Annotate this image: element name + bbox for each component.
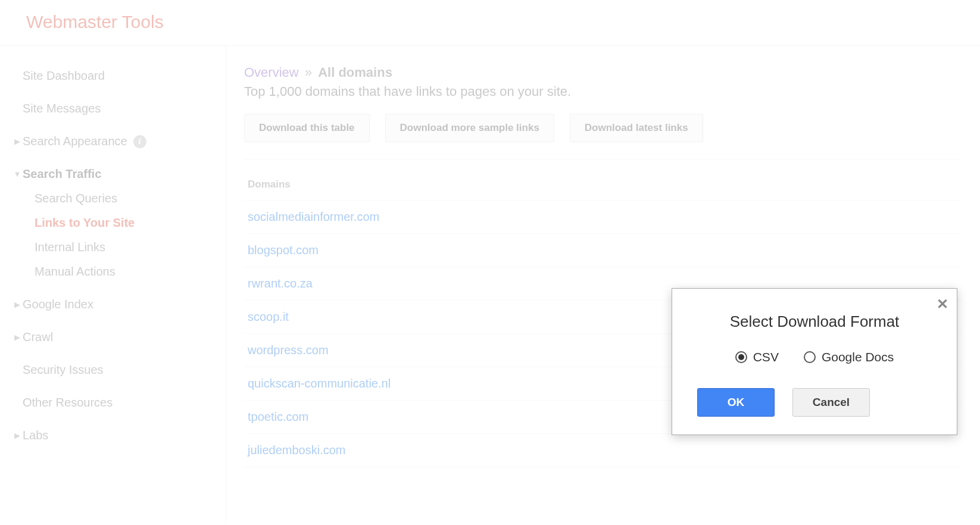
table-row: blogspot.com (244, 234, 962, 267)
sidebar-item-dashboard[interactable]: Site Dashboard (0, 64, 226, 88)
info-icon[interactable]: i (133, 135, 146, 148)
dialog-button-row: OK Cancel (690, 388, 939, 417)
domain-link[interactable]: wordpress.com (248, 343, 329, 357)
sidebar-item-messages[interactable]: Site Messages (0, 96, 226, 121)
sidebar-item-label: Search Appearance (23, 135, 127, 148)
sidebar-item-google-index[interactable]: ▶ Google Index (0, 292, 226, 317)
sidebar-item-label: Google Index (23, 298, 93, 311)
download-more-sample-links-button[interactable]: Download more sample links (385, 114, 554, 142)
sidebar-item-labs[interactable]: ▶ Labs (0, 423, 226, 448)
domain-link[interactable]: scoop.it (248, 310, 289, 323)
table-row: juliedemboski.com (244, 434, 962, 467)
domain-link[interactable]: socialmediainformer.com (248, 210, 379, 223)
radio-label: Google Docs (822, 350, 894, 364)
sidebar-item-label: Site Messages (23, 102, 101, 115)
radio-group: CSV Google Docs (690, 350, 939, 364)
sidebar-item-label: Search Traffic (23, 167, 101, 181)
close-icon[interactable]: ✕ (937, 297, 948, 311)
sidebar: Site Dashboard Site Messages ▶ Search Ap… (0, 46, 226, 522)
sidebar-item-label: Manual Actions (35, 265, 116, 278)
radio-icon (804, 351, 816, 363)
radio-icon (735, 351, 747, 363)
sidebar-item-label: Labs (23, 429, 48, 442)
sidebar-item-search-traffic[interactable]: ▼ Search Traffic (0, 162, 226, 186)
breadcrumb: Overview » All domains (244, 65, 962, 80)
sidebar-subitem-internal-links[interactable]: Internal Links (0, 235, 226, 260)
sidebar-item-security-issues[interactable]: Security Issues (0, 358, 226, 382)
cancel-button[interactable]: Cancel (792, 388, 870, 417)
breadcrumb-current: All domains (318, 65, 392, 80)
app-title: Webmaster Tools (26, 12, 164, 32)
radio-label: CSV (753, 350, 779, 364)
sidebar-item-label: Crawl (23, 330, 53, 344)
sidebar-item-label: Internal Links (35, 240, 105, 254)
domain-link[interactable]: juliedemboski.com (248, 443, 346, 457)
chevron-down-icon: ▼ (12, 170, 23, 179)
download-format-dialog: ✕ Select Download Format CSV Google Docs… (672, 288, 957, 435)
domain-link[interactable]: tpoetic.com (248, 410, 308, 423)
page-subtext: Top 1,000 domains that have links to pag… (244, 84, 962, 99)
chevron-right-icon: ▶ (12, 300, 23, 309)
domain-link[interactable]: rwrant.co.za (248, 277, 313, 290)
table-header-domains: Domains (244, 174, 962, 201)
sidebar-subitem-manual-actions[interactable]: Manual Actions (0, 260, 226, 284)
download-button-row: Download this table Download more sample… (244, 114, 962, 160)
radio-option-google-docs[interactable]: Google Docs (804, 350, 894, 364)
sidebar-item-label: Links to Your Site (35, 216, 135, 229)
sidebar-item-label: Other Resources (23, 396, 113, 410)
sidebar-subitem-links-to-your-site[interactable]: Links to Your Site (0, 211, 226, 235)
sidebar-item-label: Security Issues (23, 363, 104, 377)
main-content: Overview » All domains Top 1,000 domains… (226, 46, 980, 522)
ok-button[interactable]: OK (697, 388, 775, 417)
radio-option-csv[interactable]: CSV (735, 350, 779, 364)
breadcrumb-overview-link[interactable]: Overview (244, 65, 299, 80)
dialog-title: Select Download Format (690, 312, 939, 331)
breadcrumb-separator: » (305, 65, 312, 80)
header: Webmaster Tools (0, 0, 980, 46)
download-this-table-button[interactable]: Download this table (244, 114, 370, 142)
sidebar-item-other-resources[interactable]: Other Resources (0, 390, 226, 415)
chevron-right-icon: ▶ (12, 333, 23, 342)
chevron-right-icon: ▶ (12, 137, 23, 146)
chevron-right-icon: ▶ (12, 431, 23, 440)
domain-link[interactable]: blogspot.com (248, 243, 319, 257)
sidebar-item-label: Search Queries (35, 192, 117, 205)
sidebar-item-crawl[interactable]: ▶ Crawl (0, 325, 226, 349)
download-latest-links-button[interactable]: Download latest links (570, 114, 703, 142)
sidebar-item-label: Site Dashboard (23, 69, 105, 83)
sidebar-item-search-appearance[interactable]: ▶ Search Appearance i (0, 129, 226, 154)
sidebar-subitem-search-queries[interactable]: Search Queries (0, 186, 226, 211)
domain-link[interactable]: quickscan-communicatie.nl (248, 377, 391, 390)
table-row: socialmediainformer.com (244, 201, 962, 234)
